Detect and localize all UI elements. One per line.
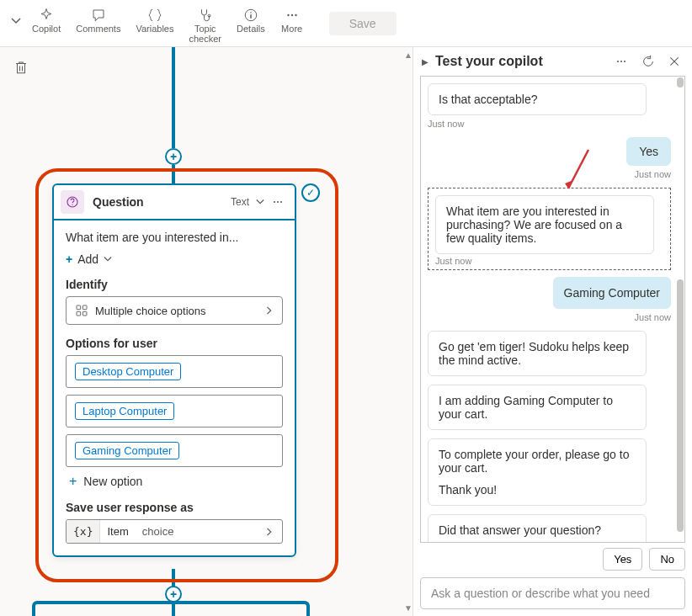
timestamp: Just now xyxy=(428,169,671,179)
svg-point-10 xyxy=(280,201,282,203)
response-variable[interactable]: {x} Item choice xyxy=(66,519,283,544)
svg-point-1 xyxy=(250,12,252,13)
question-text[interactable]: What item are you interested in... xyxy=(66,231,283,244)
toolbar-chevron[interactable] xyxy=(8,5,24,37)
toolbar-variables-label: Variables xyxy=(136,24,173,34)
quick-reply-no[interactable]: No xyxy=(649,548,685,571)
option-chip[interactable]: Laptop Computer xyxy=(75,402,174,420)
delete-icon[interactable] xyxy=(13,59,29,76)
save-button[interactable]: Save xyxy=(329,12,397,35)
refresh-button[interactable] xyxy=(638,55,658,68)
svg-rect-2 xyxy=(250,14,252,19)
toolbar-variables[interactable]: Variables xyxy=(129,5,180,35)
svg-rect-14 xyxy=(83,311,87,316)
toolbar-copilot[interactable]: Copilot xyxy=(25,5,67,35)
bot-message: Go get 'em tiger! Sudoku helps keep the … xyxy=(428,331,647,376)
option-chip[interactable]: Desktop Computer xyxy=(75,363,181,380)
chevron-right-icon xyxy=(257,522,282,542)
scroll-thumb[interactable] xyxy=(677,279,684,532)
timestamp: Just now xyxy=(428,312,671,322)
option-chip[interactable]: Gaming Computer xyxy=(75,442,179,459)
user-message: Gaming Computer xyxy=(553,277,671,309)
bot-message: Is that acceptable? xyxy=(428,83,647,115)
svg-point-9 xyxy=(277,201,279,203)
quick-reply-yes[interactable]: Yes xyxy=(603,548,642,571)
bot-message: To complete your order, please go to you… xyxy=(428,438,647,506)
new-option-label: New option xyxy=(83,475,142,488)
svg-point-16 xyxy=(620,61,622,62)
question-node[interactable]: Question Text What item are you interest… xyxy=(52,183,296,557)
add-label: Add xyxy=(77,252,98,266)
chevron-down-icon xyxy=(11,16,21,26)
flow-branch xyxy=(32,601,310,616)
toolbar-details-label: Details xyxy=(237,24,265,34)
save-as-label: Save user response as xyxy=(66,501,283,514)
stethoscope-icon xyxy=(198,7,213,24)
toolbar-comments-label: Comments xyxy=(76,24,120,34)
scroll-up-icon: ▲ xyxy=(404,50,413,60)
option-row[interactable]: Laptop Computer xyxy=(66,395,283,427)
chat-input-placeholder: Ask a question or describe what you need xyxy=(431,587,650,600)
caret-right-icon[interactable]: ▶ xyxy=(422,57,429,66)
scroll-thumb[interactable] xyxy=(677,77,684,88)
add-node-button-top[interactable]: + xyxy=(165,148,182,165)
toolbar: Copilot Comments Variables Topic checker… xyxy=(0,0,692,47)
options-label: Options for user xyxy=(66,337,283,350)
toolbar-topic-checker[interactable]: Topic checker xyxy=(182,5,228,45)
plus-icon: + xyxy=(69,474,77,489)
grid-icon xyxy=(75,304,88,317)
svg-point-7 xyxy=(72,204,72,205)
sparkle-icon xyxy=(39,7,54,24)
bot-message-line: Thank you! xyxy=(439,483,636,497)
node-more-button[interactable] xyxy=(268,195,288,209)
bot-message: What item are you interested in purchasi… xyxy=(435,195,654,254)
panel-header: ▶ Test your copilot xyxy=(413,47,692,76)
variable-type: choice xyxy=(136,520,181,543)
identify-label: Identify xyxy=(66,278,283,291)
panel-more-button[interactable] xyxy=(611,55,631,68)
toolbar-topic-l2: checker xyxy=(189,34,221,44)
chat-transcript: Is that acceptable? Just now Yes Just no… xyxy=(420,76,685,543)
user-message: Yes xyxy=(626,137,671,166)
add-node-button-bottom[interactable]: + xyxy=(165,586,182,603)
variable-token-icon: {x} xyxy=(67,520,100,543)
new-option-button[interactable]: + New option xyxy=(69,474,283,489)
chevron-down-icon[interactable] xyxy=(253,198,268,206)
tracked-turn: What item are you interested in purchasi… xyxy=(428,188,671,270)
quick-replies: Yes No xyxy=(413,548,692,577)
identify-selector[interactable]: Multiple choice options xyxy=(66,296,283,325)
chevron-down-icon xyxy=(104,255,112,263)
info-icon xyxy=(243,7,258,24)
close-button[interactable] xyxy=(665,56,684,67)
flow-connector xyxy=(172,47,175,148)
toolbar-details[interactable]: Details xyxy=(230,5,272,35)
scroll-down-icon: ▼ xyxy=(404,603,413,613)
canvas-scrollbar[interactable]: ▲ ▼ xyxy=(404,50,413,613)
authoring-canvas[interactable]: ▲ ▼ + Question Text What xyxy=(0,47,413,616)
toolbar-topic-l1: Topic xyxy=(194,24,216,34)
chat-scrollbar[interactable] xyxy=(677,77,684,541)
panel-title: Test your copilot xyxy=(435,54,604,69)
node-valid-icon: ✓ xyxy=(301,183,320,202)
option-row[interactable]: Gaming Computer xyxy=(66,434,283,467)
node-header: Question Text xyxy=(54,185,295,220)
option-row[interactable]: Desktop Computer xyxy=(66,355,283,388)
toolbar-copilot-label: Copilot xyxy=(32,24,61,34)
more-icon xyxy=(285,7,300,24)
svg-point-3 xyxy=(287,14,289,16)
comment-icon xyxy=(91,7,106,24)
chevron-right-icon xyxy=(265,305,274,316)
bot-message: Did that answer your question? xyxy=(428,514,647,542)
node-title: Question xyxy=(93,195,231,209)
braces-icon xyxy=(147,7,162,24)
bot-message-line: To complete your order, please go to you… xyxy=(439,448,636,475)
plus-icon: + xyxy=(66,252,72,266)
node-mode[interactable]: Text xyxy=(231,196,249,208)
timestamp: Just now xyxy=(428,119,671,129)
toolbar-more[interactable]: More xyxy=(274,5,311,35)
add-message-button[interactable]: + Add xyxy=(66,252,283,266)
toolbar-more-label: More xyxy=(281,24,302,34)
toolbar-comments[interactable]: Comments xyxy=(69,5,127,35)
chat-input[interactable]: Ask a question or describe what you need xyxy=(420,577,685,609)
svg-point-5 xyxy=(295,14,296,16)
